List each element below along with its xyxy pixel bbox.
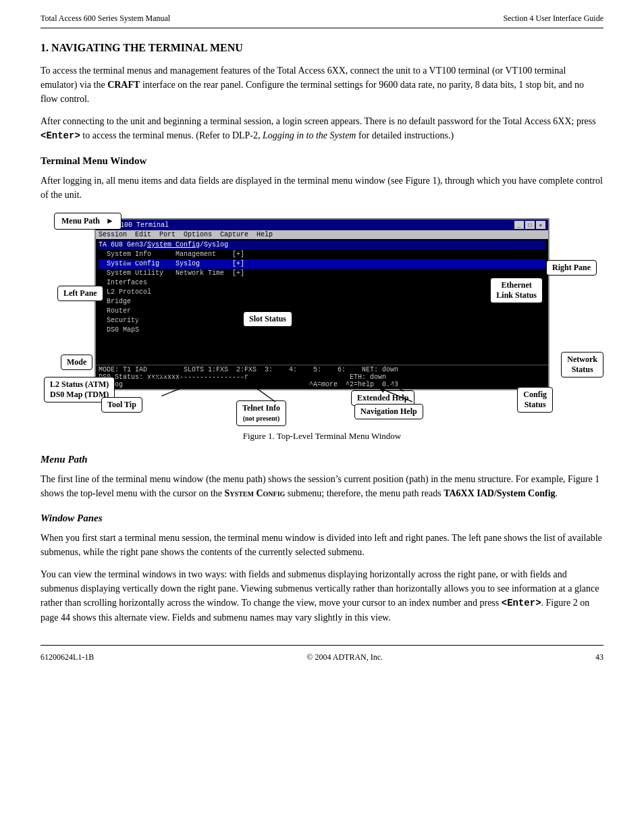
terminal-menubar: Session Edit Port Options Capture Help xyxy=(96,230,548,239)
callout-tool-tip: Tool Tip xyxy=(101,397,142,413)
callout-left-pane: Left Pane xyxy=(57,286,103,301)
page-footer: 61200624L1-1B © 2004 ADTRAN, Inc. 43 xyxy=(41,645,603,662)
footer-center: © 2004 ADTRAN, Inc. xyxy=(306,652,383,662)
footer-left: 61200624L1-1B xyxy=(41,652,94,662)
status-line-2: DS0 Status: xxxxxxxx----------------r ET… xyxy=(99,373,545,381)
terminal-line-3: System Config Syslog [+] xyxy=(99,259,545,269)
paragraph-window-panes-2: You can view the terminal windows in two… xyxy=(41,567,603,625)
callout-ethernet-link-status: EthernetLink Status xyxy=(490,278,543,303)
figure-1: Menu Path ► Left Pane Right Pane Slot St… xyxy=(41,218,603,442)
callout-navigation-help: Navigation Help xyxy=(354,404,423,419)
menu-capture[interactable]: Capture xyxy=(220,231,248,238)
page-header: Total Access 600 Series System Manual Se… xyxy=(41,14,603,28)
terminal-status-bar: MODE: T1 IAD SLOTS 1:FXS 2:FXS 3: 4: 5: … xyxy=(96,365,548,389)
maximize-button[interactable]: □ xyxy=(525,221,535,229)
header-right: Section 4 User Interface Guide xyxy=(503,14,603,24)
close-button[interactable]: ✕ xyxy=(536,221,545,229)
header-left: Total Access 600 Series System Manual xyxy=(41,14,170,24)
callout-right-pane: Right Pane xyxy=(546,260,597,276)
terminal-spacer2 xyxy=(99,344,545,354)
minimize-button[interactable]: _ xyxy=(514,221,524,229)
terminal-line-1: TA 6U8 Gen3/System Config/Syslog xyxy=(99,240,545,250)
terminal-body: TA 6U8 Gen3/System Config/Syslog System … xyxy=(96,239,548,365)
menu-port[interactable]: Port xyxy=(159,231,176,238)
terminal-line-10: DS0 MapS xyxy=(99,325,545,335)
terminal-spacer3 xyxy=(99,354,545,363)
page: Total Access 600 Series System Manual Se… xyxy=(0,0,644,834)
terminal-line-9: Security xyxy=(99,316,545,325)
subsection-menu-path: Menu Path xyxy=(41,454,603,465)
terminal-line-4: System Utility Network Time [+] xyxy=(99,269,545,278)
section-title: 1. NAVIGATING THE TERMINAL MENU xyxy=(41,42,603,54)
menu-session[interactable]: Session xyxy=(99,231,127,238)
callout-telnet-info: Telnet Info(not present) xyxy=(236,400,286,426)
callout-slot-status: Slot Status xyxy=(243,311,292,327)
terminal-titlebar: VT100 Terminal _ □ ✕ xyxy=(96,219,548,230)
footer-right: 43 xyxy=(595,652,603,662)
menu-options[interactable]: Options xyxy=(184,231,212,238)
paragraph-menu-path: The first line of the terminal menu wind… xyxy=(41,472,603,500)
paragraph-1: To access the terminal menus and managem… xyxy=(41,63,603,106)
terminal-line-8: Router xyxy=(99,307,545,316)
paragraph-2: After connecting to the unit and beginni… xyxy=(41,114,603,143)
callout-network-status: NetworkStatus xyxy=(561,352,603,377)
menu-edit[interactable]: Edit xyxy=(135,231,151,238)
terminal-line-5: Interfaces xyxy=(99,278,545,288)
callout-menu-path: Menu Path ► xyxy=(54,213,122,230)
figure-caption: Figure 1. Top-Level Terminal Menu Window xyxy=(41,431,603,442)
paragraph-window-panes-1: When you first start a terminal menu ses… xyxy=(41,531,603,559)
paragraph-3: After logging in, all menu items and dat… xyxy=(41,174,603,202)
terminal-titlebar-controls[interactable]: _ □ ✕ xyxy=(514,221,545,229)
subsection-terminal-menu-window: Terminal Menu Window xyxy=(41,155,603,167)
callout-mode: Mode xyxy=(61,355,92,370)
terminal-line-6: L2 Protocol xyxy=(99,288,545,297)
terminal-wrapper: Menu Path ► Left Pane Right Pane Slot St… xyxy=(95,218,549,390)
terminal-line-7: Bridge xyxy=(99,297,545,307)
terminal-window: VT100 Terminal _ □ ✕ Session Edit Port O… xyxy=(95,218,549,390)
callout-config-status: ConfigStatus xyxy=(517,387,553,413)
menu-help[interactable]: Help xyxy=(257,231,273,238)
status-line-3: Syslog ^A=more ^2=help 0:43 xyxy=(99,381,545,388)
terminal-line-2: System Info Management [+] xyxy=(99,250,545,259)
terminal-spacer xyxy=(99,335,545,344)
status-line-1: MODE: T1 IAD SLOTS 1:FXS 2:FXS 3: 4: 5: … xyxy=(99,366,545,373)
subsection-window-panes: Window Panes xyxy=(41,513,603,524)
